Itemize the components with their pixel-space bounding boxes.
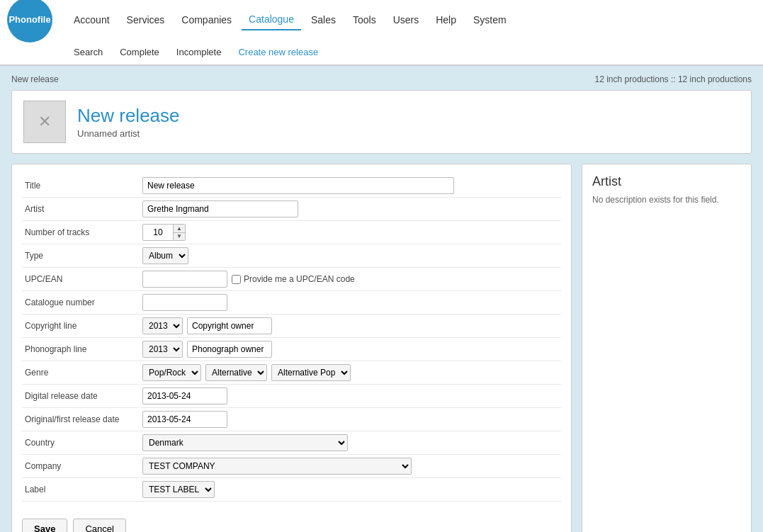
spinner-up-tracks[interactable]: ▲ <box>174 225 185 233</box>
field-type: Type Album Single EP <box>22 244 561 268</box>
spinner-buttons-tracks: ▲ ▼ <box>174 224 186 241</box>
label-catalogue-number: Catalogue number <box>22 298 142 307</box>
field-upcean: UPC/EAN Provide me a UPC/EAN code <box>22 268 561 291</box>
cancel-button[interactable]: Cancel <box>73 519 125 532</box>
save-button[interactable]: Save <box>22 519 67 532</box>
control-copyright-line: 2013 2012 2011 <box>142 317 561 334</box>
control-title <box>142 177 561 194</box>
control-catalogue-number <box>142 294 561 311</box>
label-label: Label <box>22 485 142 494</box>
breadcrumb-right: 12 inch productions :: 12 inch productio… <box>595 74 752 84</box>
nav-help[interactable]: Help <box>429 10 463 30</box>
input-title[interactable] <box>142 177 454 194</box>
control-phonograph-line: 2013 2012 2011 <box>142 341 561 358</box>
nav-companies[interactable]: Companies <box>174 10 239 30</box>
breadcrumb-left: New release <box>11 74 59 84</box>
field-phonograph-line: Phonograph line 2013 2012 2011 <box>22 338 561 361</box>
control-num-tracks: ▲ ▼ <box>142 224 561 241</box>
upcean-checkbox-label[interactable]: Provide me a UPC/EAN code <box>232 274 355 284</box>
release-info: New release Unnamed artist <box>77 105 180 139</box>
nav-catalogue[interactable]: Catalogue <box>242 9 301 30</box>
subnav-create-new-release[interactable]: Create new release <box>231 44 325 60</box>
input-copyright-owner[interactable] <box>187 317 272 334</box>
label-num-tracks: Number of tracks <box>22 227 142 237</box>
input-upcean[interactable] <box>142 271 227 288</box>
form-panel: Title Artist Number of tracks <box>11 164 572 532</box>
label-digital-release-date: Digital release date <box>22 391 142 401</box>
top-nav: Phonofile Account Services Companies Cat… <box>0 0 763 66</box>
upcean-checkbox[interactable] <box>232 275 241 284</box>
spinner-down-tracks[interactable]: ▼ <box>174 233 185 241</box>
field-digital-release-date: Digital release date <box>22 385 561 408</box>
label-artist: Artist <box>22 204 142 214</box>
copyright-year-owner-group: 2013 2012 2011 <box>142 317 272 334</box>
control-country: Denmark Norway Sweden <box>142 434 561 451</box>
input-catalogue-number[interactable] <box>142 294 227 311</box>
label-title: Title <box>22 181 142 191</box>
control-upcean: Provide me a UPC/EAN code <box>142 271 561 288</box>
select-copyright-year[interactable]: 2013 2012 2011 <box>142 317 183 334</box>
info-panel: Artist No description exists for this fi… <box>582 164 752 532</box>
input-artist[interactable] <box>142 200 298 217</box>
field-title: Title <box>22 174 561 198</box>
phonograph-year-owner-group: 2013 2012 2011 <box>142 341 272 358</box>
label-upcean: UPC/EAN <box>22 274 142 284</box>
label-genre: Genre <box>22 368 142 378</box>
field-artist: Artist <box>22 198 561 221</box>
label-phonograph-line: Phonograph line <box>22 344 142 354</box>
subnav-incomplete[interactable]: Incomplete <box>169 44 229 60</box>
release-title: New release <box>77 105 180 127</box>
field-catalogue-number: Catalogue number <box>22 291 561 315</box>
release-thumb-icon: ✕ <box>38 113 51 131</box>
field-genre: Genre Pop/Rock Jazz Classical Alternativ… <box>22 361 561 385</box>
control-type: Album Single EP <box>142 247 561 264</box>
field-num-tracks: Number of tracks ▲ ▼ <box>22 221 561 244</box>
logo[interactable]: Phonofile <box>7 0 52 43</box>
content-area: New release 12 inch productions :: 12 in… <box>0 66 763 532</box>
field-country: Country Denmark Norway Sweden <box>22 431 561 455</box>
select-company[interactable]: TEST COMPANY <box>142 458 412 475</box>
main-layout: Title Artist Number of tracks <box>11 164 752 532</box>
input-original-release-date[interactable] <box>142 411 227 428</box>
sub-nav: Search Complete Incomplete Create new re… <box>0 40 763 65</box>
select-genre-2[interactable]: Alternative Pop Rock <box>205 364 267 381</box>
control-digital-release-date <box>142 387 561 404</box>
field-label: Label TEST LABEL <box>22 478 561 502</box>
field-original-release-date: Original/first release date <box>22 408 561 431</box>
input-digital-release-date[interactable] <box>142 387 227 404</box>
nav-system[interactable]: System <box>466 10 514 30</box>
label-original-release-date: Original/first release date <box>22 414 142 424</box>
field-company: Company TEST COMPANY <box>22 455 561 478</box>
select-type[interactable]: Album Single EP <box>142 247 188 264</box>
subnav-complete[interactable]: Complete <box>113 44 166 60</box>
select-country[interactable]: Denmark Norway Sweden <box>142 434 348 451</box>
genre-group: Pop/Rock Jazz Classical Alternative Pop … <box>142 364 351 381</box>
control-label: TEST LABEL <box>142 481 561 498</box>
spinner-input-tracks[interactable] <box>142 224 174 241</box>
info-panel-title: Artist <box>592 174 741 189</box>
select-label[interactable]: TEST LABEL <box>142 481 215 498</box>
nav-services[interactable]: Services <box>120 10 172 30</box>
control-artist <box>142 200 561 217</box>
spinner-num-tracks: ▲ ▼ <box>142 224 186 241</box>
nav-account[interactable]: Account <box>67 10 117 30</box>
release-subtitle: Unnamed artist <box>77 128 180 139</box>
label-country: Country <box>22 438 142 448</box>
subnav-search[interactable]: Search <box>67 44 110 60</box>
main-nav: Account Services Companies Catalogue Sal… <box>67 9 514 30</box>
field-copyright-line: Copyright line 2013 2012 2011 <box>22 315 561 338</box>
upcean-checkbox-text: Provide me a UPC/EAN code <box>244 274 355 284</box>
label-type: Type <box>22 251 142 261</box>
select-genre-3[interactable]: Alternative Pop Indie <box>271 364 351 381</box>
control-company: TEST COMPANY <box>142 458 561 475</box>
nav-sales[interactable]: Sales <box>304 10 343 30</box>
input-phonograph-owner[interactable] <box>187 341 272 358</box>
nav-users[interactable]: Users <box>386 10 426 30</box>
control-original-release-date <box>142 411 561 428</box>
breadcrumb-bar: New release 12 inch productions :: 12 in… <box>11 74 752 84</box>
label-company: Company <box>22 461 142 471</box>
nav-tools[interactable]: Tools <box>346 10 383 30</box>
label-copyright-line: Copyright line <box>22 321 142 331</box>
select-genre-1[interactable]: Pop/Rock Jazz Classical <box>142 364 201 381</box>
select-phonograph-year[interactable]: 2013 2012 2011 <box>142 341 183 358</box>
